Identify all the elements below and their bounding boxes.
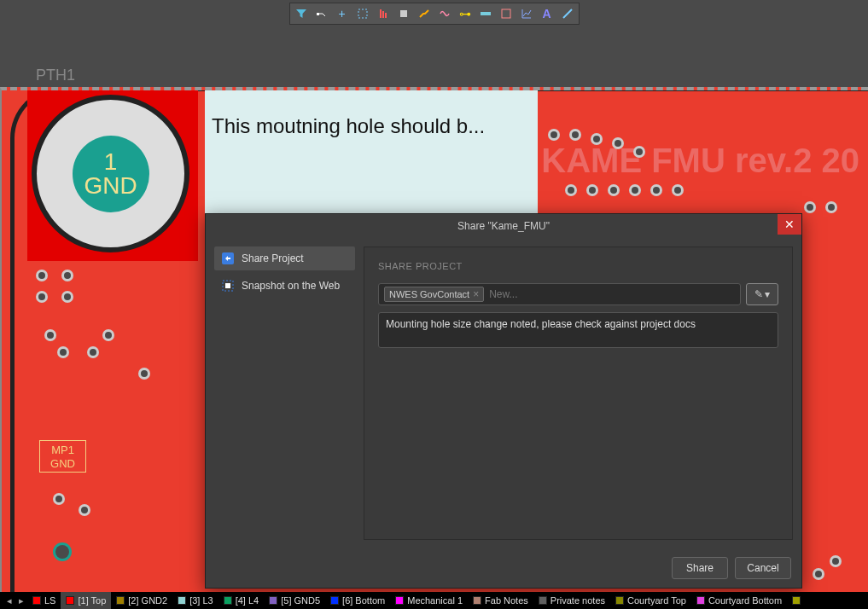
toolbar-graph-icon[interactable]: [517, 5, 536, 22]
close-button[interactable]: ✕: [778, 214, 801, 235]
pad-number: 1: [104, 150, 118, 174]
toolbar-align-icon[interactable]: [374, 5, 393, 22]
svg-rect-5: [400, 10, 407, 17]
dialog-titlebar[interactable]: Share "Kame_FMU" ✕: [206, 214, 801, 238]
tabs-scroll-right[interactable]: ▸: [15, 595, 27, 606]
comment-note[interactable]: This moutning hole should b...: [205, 90, 538, 223]
mp1-component[interactable]: MP1 GND: [39, 440, 86, 473]
svg-rect-4: [385, 13, 387, 18]
layer-swatch: [116, 596, 125, 605]
layer-label: Mechanical 1: [407, 595, 463, 606]
section-heading: SHARE PROJECT: [378, 261, 778, 271]
layer-swatch: [224, 596, 232, 605]
layer-label: [3] L3: [189, 595, 213, 606]
chip-remove-icon[interactable]: ×: [473, 288, 479, 300]
sidebar-item-snapshot[interactable]: Snapshot on the Web: [214, 274, 355, 298]
permission-dropdown[interactable]: ✎ ▾: [746, 283, 778, 305]
dialog-footer: Share Cancel: [206, 548, 801, 588]
layer-swatch: [615, 596, 624, 605]
layer-label: [2] GND2: [128, 595, 167, 606]
main-toolbar: + ⊶ A: [289, 3, 580, 25]
dialog-title: Share "Kame_FMU": [457, 220, 550, 232]
layer-tab[interactable]: [5] GND5: [264, 592, 325, 609]
toolbar-line-icon[interactable]: [558, 5, 577, 22]
layer-tab[interactable]: [6] Bottom: [325, 592, 390, 609]
toolbar-ruler-icon[interactable]: [476, 5, 495, 22]
toolbar-path-icon[interactable]: [312, 5, 331, 22]
dialog-sidebar: Share Project Snapshot on the Web: [214, 246, 355, 540]
via: [53, 542, 72, 561]
svg-rect-11: [225, 283, 230, 288]
close-icon: ✕: [784, 218, 795, 231]
svg-rect-1: [358, 9, 367, 18]
layer-tab[interactable]: Private notes: [533, 592, 610, 609]
share-project-icon: [221, 252, 235, 265]
layer-label: Courtyard Bottom: [708, 595, 782, 606]
layer-swatch: [330, 596, 339, 605]
svg-rect-7: [502, 9, 510, 18]
toolbar-wave-icon[interactable]: [435, 5, 454, 22]
via: [548, 129, 560, 141]
via: [591, 133, 603, 145]
via: [36, 270, 48, 281]
recipient-input[interactable]: NWES GovContact ×: [378, 283, 741, 305]
dialog-content: SHARE PROJECT NWES GovContact × ✎ ▾ Moun…: [364, 246, 793, 540]
layer-tab[interactable]: Courtyard Bottom: [691, 592, 787, 609]
toolbar-text-icon[interactable]: A: [538, 5, 556, 22]
layer-tab-more[interactable]: [787, 592, 806, 609]
toolbar-crosshair-icon[interactable]: +: [333, 5, 352, 22]
mounting-pad[interactable]: 1 GND: [27, 90, 198, 261]
svg-rect-0: [317, 13, 319, 15]
via: [830, 555, 842, 567]
snapshot-icon: [221, 279, 235, 293]
via: [565, 184, 577, 196]
layer-label: Courtyard Top: [627, 595, 686, 606]
via: [569, 129, 581, 141]
layer-swatch: [32, 596, 41, 605]
toolbar-key-icon[interactable]: ⊶: [456, 5, 475, 22]
layer-tab[interactable]: [1] Top: [61, 592, 111, 609]
tabs-scroll-left[interactable]: ◂: [3, 595, 15, 606]
via: [650, 184, 662, 196]
via: [36, 291, 48, 303]
pencil-icon: ✎: [754, 288, 763, 300]
sidebar-item-label: Snapshot on the Web: [242, 280, 340, 292]
toolbar-chip-icon[interactable]: [394, 5, 413, 22]
pad-net: GND: [84, 174, 137, 198]
message-text: Mounting hole size change noted, please …: [386, 318, 696, 330]
layer-swatch: [792, 596, 801, 605]
toolbar-select-icon[interactable]: [353, 5, 372, 22]
layer-tab[interactable]: Mechanical 1: [390, 592, 468, 609]
toolbar-box-icon[interactable]: [497, 5, 516, 22]
toolbar-trace-icon[interactable]: [415, 5, 434, 22]
sidebar-item-share-project[interactable]: Share Project: [214, 246, 355, 270]
via: [138, 368, 150, 380]
chip-label: NWES GovContact: [389, 289, 469, 299]
layer-label: [4] L4: [236, 595, 259, 606]
mp1-net: GND: [40, 457, 85, 471]
layer-label: Private notes: [551, 595, 605, 606]
recipient-chip[interactable]: NWES GovContact ×: [384, 287, 484, 302]
designator-label: PTH1: [36, 67, 75, 84]
pad-hole: 1 GND: [73, 136, 149, 212]
layer-tab[interactable]: [4] L4: [218, 592, 265, 609]
layer-tab[interactable]: [2] GND2: [111, 592, 172, 609]
svg-rect-3: [382, 11, 384, 18]
layer-tab[interactable]: [3] L3: [172, 592, 218, 609]
toolbar-filter-icon[interactable]: [292, 5, 311, 22]
mp1-ref: MP1: [40, 444, 85, 457]
board-silk-text: KAME FMU rev.2 20: [541, 142, 859, 180]
message-input[interactable]: Mounting hole size change noted, please …: [378, 312, 778, 348]
layer-swatch: [66, 596, 74, 605]
layer-tab-ls[interactable]: LS: [27, 592, 61, 609]
share-button[interactable]: Share: [672, 557, 728, 579]
layer-swatch: [473, 596, 481, 605]
cancel-button[interactable]: Cancel: [735, 557, 791, 579]
layer-label: LS: [44, 595, 55, 606]
via: [813, 568, 824, 580]
layer-tab[interactable]: Fab Notes: [468, 592, 533, 609]
layer-tab[interactable]: Courtyard Top: [610, 592, 691, 609]
svg-rect-2: [380, 9, 382, 18]
recipient-text-input[interactable]: [489, 288, 735, 300]
via: [79, 504, 90, 516]
